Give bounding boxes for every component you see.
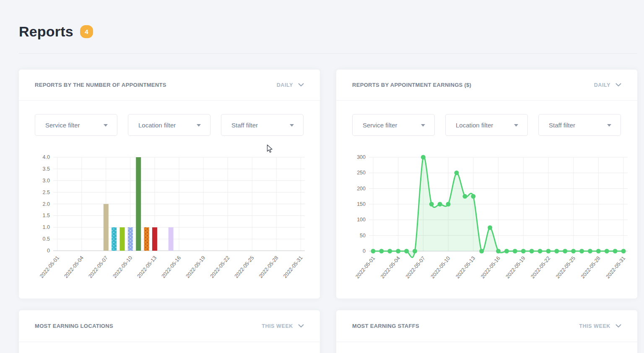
bar-2022-05-15 [169, 227, 174, 251]
data-point [605, 249, 609, 254]
data-point [446, 202, 451, 207]
period-dropdown[interactable]: DAILY [594, 82, 621, 88]
card-title: REPORTS BY APPOINTMENT EARNINGS ($) [352, 82, 471, 88]
page-title: Reports [19, 23, 73, 40]
data-point [521, 249, 526, 254]
data-point [438, 202, 442, 207]
svg-text:2022-05-13: 2022-05-13 [136, 255, 158, 279]
svg-text:2022-05-01: 2022-05-01 [354, 255, 376, 280]
svg-text:250: 250 [357, 170, 366, 176]
service-filter-select[interactable]: Service filter [352, 114, 435, 136]
svg-text:2022-05-19: 2022-05-19 [505, 255, 527, 280]
data-point [479, 249, 484, 254]
period-label: THIS WEEK [579, 323, 610, 329]
card-title: REPORTS BY THE NUMBER OF APPOINTMENTS [35, 82, 166, 88]
bar-2022-05-11 [136, 157, 141, 251]
svg-text:0: 0 [47, 248, 50, 254]
appointments-bar-chart[interactable]: 00.51.01.52.02.53.03.54.02022-05-012022-… [31, 149, 308, 294]
caret-down-icon [104, 124, 108, 127]
data-point [530, 249, 534, 254]
data-point [429, 202, 434, 207]
card-most-earning-staffs: MOST EARNING STAFFS THIS WEEK [336, 310, 637, 353]
svg-text:50: 50 [360, 233, 366, 239]
data-point [613, 249, 618, 254]
data-point [471, 194, 475, 199]
period-dropdown[interactable]: THIS WEEK [262, 323, 304, 329]
period-label: THIS WEEK [262, 323, 293, 329]
svg-text:2022-05-28: 2022-05-28 [580, 255, 602, 280]
svg-text:2022-05-01: 2022-05-01 [39, 255, 60, 279]
filter-label: Service filter [45, 122, 80, 129]
data-point [621, 249, 626, 254]
svg-text:2022-05-22: 2022-05-22 [530, 255, 551, 280]
header-divider [19, 53, 637, 54]
svg-text:2022-05-22: 2022-05-22 [209, 255, 231, 279]
filters-row: Service filter Location filter Staff fil… [352, 114, 621, 136]
svg-text:300: 300 [357, 154, 366, 160]
svg-text:2022-05-13: 2022-05-13 [454, 255, 476, 280]
caret-down-icon [421, 124, 425, 127]
data-point [554, 249, 559, 254]
earnings-line-chart[interactable]: 0501001502002503002022-05-012022-05-0420… [349, 149, 631, 294]
filters-row: Service filter Location filter Staff fil… [35, 114, 304, 136]
svg-text:3.0: 3.0 [43, 178, 50, 184]
card-header: REPORTS BY THE NUMBER OF APPOINTMENTS DA… [19, 70, 320, 101]
caret-down-icon [514, 124, 518, 127]
svg-text:2022-05-31: 2022-05-31 [282, 255, 304, 279]
svg-text:2022-05-25: 2022-05-25 [234, 255, 255, 279]
data-point [413, 249, 417, 254]
data-point [371, 249, 375, 254]
data-point [454, 171, 459, 175]
data-point [488, 226, 492, 230]
location-filter-select[interactable]: Location filter [445, 114, 528, 136]
service-filter-select[interactable]: Service filter [35, 114, 117, 136]
card-header: MOST EARNING LOCATIONS THIS WEEK [19, 310, 320, 342]
period-dropdown[interactable]: DAILY [277, 82, 304, 88]
data-point [513, 249, 517, 254]
bar-2022-05-13 [152, 227, 157, 251]
reports-count-badge: 4 [80, 25, 93, 38]
bar-2022-05-07 [104, 204, 109, 251]
data-point [504, 249, 509, 254]
svg-text:0: 0 [363, 248, 366, 254]
svg-text:2022-05-04: 2022-05-04 [63, 255, 85, 279]
staff-filter-select[interactable]: Staff filter [538, 114, 621, 136]
svg-text:100: 100 [357, 217, 366, 223]
card-header: MOST EARNING STAFFS THIS WEEK [336, 310, 637, 342]
chevron-down-icon [615, 83, 621, 87]
chevron-down-icon [615, 324, 621, 328]
data-point [596, 249, 601, 254]
data-point [404, 249, 409, 254]
svg-text:2022-05-28: 2022-05-28 [258, 255, 280, 279]
svg-text:3.5: 3.5 [43, 166, 50, 172]
staff-filter-select[interactable]: Staff filter [221, 114, 304, 136]
svg-text:2022-05-31: 2022-05-31 [605, 255, 627, 280]
chevron-down-icon [298, 83, 304, 87]
bar-2022-05-09 [120, 227, 125, 251]
filter-label: Staff filter [549, 122, 575, 129]
svg-text:1.0: 1.0 [43, 224, 50, 230]
data-point [421, 155, 426, 160]
svg-text:2022-05-16: 2022-05-16 [480, 255, 501, 280]
data-point [579, 249, 584, 254]
data-point [387, 249, 392, 254]
filter-label: Location filter [456, 122, 493, 129]
filter-label: Staff filter [231, 122, 258, 129]
data-point [496, 249, 501, 254]
data-point [462, 194, 467, 199]
svg-text:2022-05-07: 2022-05-07 [405, 255, 426, 280]
data-point [379, 249, 384, 254]
card-appointments-report: REPORTS BY THE NUMBER OF APPOINTMENTS DA… [19, 70, 320, 298]
svg-text:2022-05-07: 2022-05-07 [87, 255, 109, 279]
svg-text:2022-05-19: 2022-05-19 [185, 255, 207, 279]
caret-down-icon [607, 124, 611, 127]
card-header: REPORTS BY APPOINTMENT EARNINGS ($) DAIL… [336, 70, 637, 101]
location-filter-select[interactable]: Location filter [128, 114, 210, 136]
data-point [563, 249, 567, 254]
svg-text:4.0: 4.0 [43, 154, 50, 160]
card-earnings-report: REPORTS BY APPOINTMENT EARNINGS ($) DAIL… [336, 70, 637, 298]
svg-text:2022-05-25: 2022-05-25 [555, 255, 576, 280]
svg-text:2022-05-10: 2022-05-10 [112, 255, 133, 279]
period-dropdown[interactable]: THIS WEEK [579, 323, 621, 329]
svg-text:2022-05-10: 2022-05-10 [430, 255, 452, 280]
